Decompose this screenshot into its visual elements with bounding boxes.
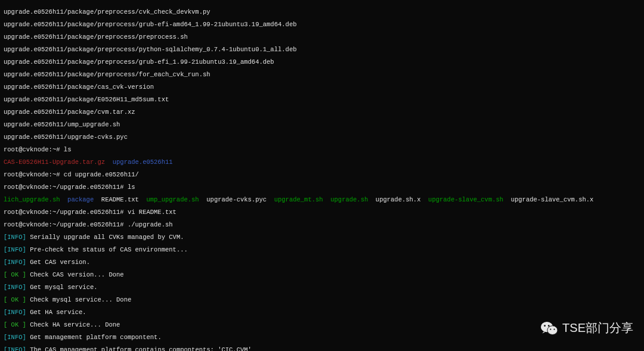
info-line: [INFO] Pre-check the status of CAS envir… xyxy=(4,247,640,253)
watermark-text: TSE部门分享 xyxy=(562,320,633,336)
file-line: upgrade.e0526h11/package/preprocess/cvk_… xyxy=(4,9,640,15)
ok-line: [ OK ] Check CAS version... Done xyxy=(4,272,640,278)
file-line: upgrade.e0526h11/package/preprocess/for_… xyxy=(4,72,640,78)
file-line: upgrade.e0526h11/upgrade-cvks.pyc xyxy=(4,134,640,141)
shell-line: root@cvknode:~/upgrade.e0526h11# vi READ… xyxy=(4,209,640,216)
file-line: upgrade.e0526h11/package/E0526H11_md5sum… xyxy=(4,97,640,103)
file-line: upgrade.e0526h11/package/cas_cvk-version xyxy=(4,84,640,91)
file-line: upgrade.e0526h11/package/preprocess/pyth… xyxy=(4,46,640,53)
file-line: upgrade.e0526h11/package/preprocess/grub… xyxy=(4,59,640,66)
file-line: upgrade.e0526h11/package/preprocess/grub… xyxy=(4,21,640,28)
ls-output: lich_upgrade.sh package README.txt ump_u… xyxy=(4,197,640,203)
shell-line: root@cvknode:~# cd upgrade.e0526h11/ xyxy=(4,172,640,178)
file-line: upgrade.e0526h11/package/preprocess/prep… xyxy=(4,34,640,41)
svg-point-5 xyxy=(550,328,551,330)
shell-line: root@cvknode:~# ls xyxy=(4,147,640,153)
shell-line: root@cvknode:~/upgrade.e0526h11# ls xyxy=(4,184,640,191)
file-line: upgrade.e0526h11/package/cvm.tar.xz xyxy=(4,109,640,116)
file-line: upgrade.e0526h11/ump_upgrade.sh xyxy=(4,122,640,128)
info-line: [INFO] Get CAS version. xyxy=(4,259,640,266)
svg-point-6 xyxy=(554,328,555,330)
shell-line: root@cvknode:~/upgrade.e0526h11# ./upgra… xyxy=(4,222,640,228)
svg-point-4 xyxy=(548,325,550,327)
info-line: [INFO] Get mysql service. xyxy=(4,284,640,291)
terminal-output[interactable]: upgrade.e0526h11/package/preprocess/cvk_… xyxy=(0,0,644,351)
svg-point-2 xyxy=(547,325,558,334)
ls-output: CAS-E0526H11-Upgrade.tar.gz upgrade.e052… xyxy=(4,159,640,166)
info-line: [INFO] Get HA service. xyxy=(4,309,640,316)
info-line: [INFO] Serially upgrade all CVKs managed… xyxy=(4,234,640,241)
ok-line: [ OK ] Check mysql service... Done xyxy=(4,297,640,303)
watermark: TSE部门分享 xyxy=(541,320,633,336)
wechat-icon xyxy=(541,321,558,336)
info-line: [INFO] The CAS management platform conta… xyxy=(4,347,640,352)
svg-point-3 xyxy=(544,325,546,327)
